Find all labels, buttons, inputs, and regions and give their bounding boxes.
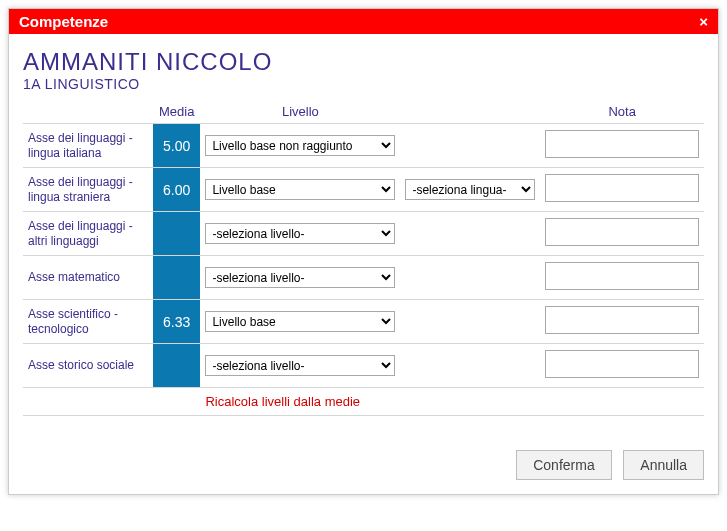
dialog-footer: Conferma Annulla xyxy=(9,430,718,494)
level-cell: Livello base non raggiunto xyxy=(200,124,400,168)
dialog-title: Competenze xyxy=(19,13,108,30)
dialog-body: AMMANITI NICCOLO 1A LINGUISTICO Media Li… xyxy=(9,34,718,430)
close-icon[interactable]: × xyxy=(699,13,708,30)
media-cell: 6.00 xyxy=(153,168,200,212)
media-cell: 5.00 xyxy=(153,124,200,168)
col-livello: Livello xyxy=(200,100,400,124)
table-row: Asse scientifico - tecnologico6.33Livell… xyxy=(23,300,704,344)
note-cell xyxy=(540,300,704,344)
level-select[interactable]: -seleziona livello- xyxy=(205,223,395,244)
level-select[interactable]: Livello base xyxy=(205,179,395,200)
student-class: 1A LINGUISTICO xyxy=(23,76,704,92)
lang-cell: -seleziona lingua- xyxy=(400,168,540,212)
level-cell: Livello base xyxy=(200,300,400,344)
lang-cell xyxy=(400,212,540,256)
note-input[interactable] xyxy=(545,306,699,334)
confirm-button[interactable]: Conferma xyxy=(516,450,611,480)
note-cell xyxy=(540,256,704,300)
col-media: Media xyxy=(153,100,200,124)
level-select[interactable]: Livello base non raggiunto xyxy=(205,135,395,156)
lang-cell xyxy=(400,300,540,344)
media-cell xyxy=(153,212,200,256)
note-cell xyxy=(540,344,704,388)
competenze-table: Media Livello Nota Asse dei linguaggi - … xyxy=(23,100,704,416)
lang-select[interactable]: -seleziona lingua- xyxy=(405,179,535,200)
table-row: Asse dei linguaggi - altri linguaggi-sel… xyxy=(23,212,704,256)
table-row: Asse dei linguaggi - lingua italiana5.00… xyxy=(23,124,704,168)
axis-label: Asse dei linguaggi - altri linguaggi xyxy=(23,212,153,256)
dialog-titlebar: Competenze × xyxy=(9,9,718,34)
axis-label: Asse dei linguaggi - lingua italiana xyxy=(23,124,153,168)
note-input[interactable] xyxy=(545,130,699,158)
note-input[interactable] xyxy=(545,350,699,378)
media-cell xyxy=(153,256,200,300)
competenze-dialog: Competenze × AMMANITI NICCOLO 1A LINGUIS… xyxy=(8,8,719,495)
axis-label: Asse storico sociale xyxy=(23,344,153,388)
note-input[interactable] xyxy=(545,262,699,290)
level-cell: Livello base xyxy=(200,168,400,212)
col-lang xyxy=(400,100,540,124)
level-select[interactable]: -seleziona livello- xyxy=(205,267,395,288)
axis-label: Asse matematico xyxy=(23,256,153,300)
level-cell: -seleziona livello- xyxy=(200,344,400,388)
col-axis xyxy=(23,100,153,124)
axis-label: Asse dei linguaggi - lingua straniera xyxy=(23,168,153,212)
note-input[interactable] xyxy=(545,218,699,246)
recalc-link[interactable]: Ricalcola livelli dalla medie xyxy=(205,394,360,409)
lang-cell xyxy=(400,256,540,300)
note-cell xyxy=(540,124,704,168)
col-nota: Nota xyxy=(540,100,704,124)
note-input[interactable] xyxy=(545,174,699,202)
level-cell: -seleziona livello- xyxy=(200,212,400,256)
table-row: Asse storico sociale-seleziona livello- xyxy=(23,344,704,388)
cancel-button[interactable]: Annulla xyxy=(623,450,704,480)
level-select[interactable]: Livello base xyxy=(205,311,395,332)
lang-cell xyxy=(400,124,540,168)
axis-label: Asse scientifico - tecnologico xyxy=(23,300,153,344)
table-row: Asse matematico-seleziona livello- xyxy=(23,256,704,300)
student-name: AMMANITI NICCOLO xyxy=(23,48,704,76)
lang-cell xyxy=(400,344,540,388)
media-cell: 6.33 xyxy=(153,300,200,344)
media-cell xyxy=(153,344,200,388)
level-select[interactable]: -seleziona livello- xyxy=(205,355,395,376)
level-cell: -seleziona livello- xyxy=(200,256,400,300)
note-cell xyxy=(540,168,704,212)
note-cell xyxy=(540,212,704,256)
table-row: Asse dei linguaggi - lingua straniera6.0… xyxy=(23,168,704,212)
